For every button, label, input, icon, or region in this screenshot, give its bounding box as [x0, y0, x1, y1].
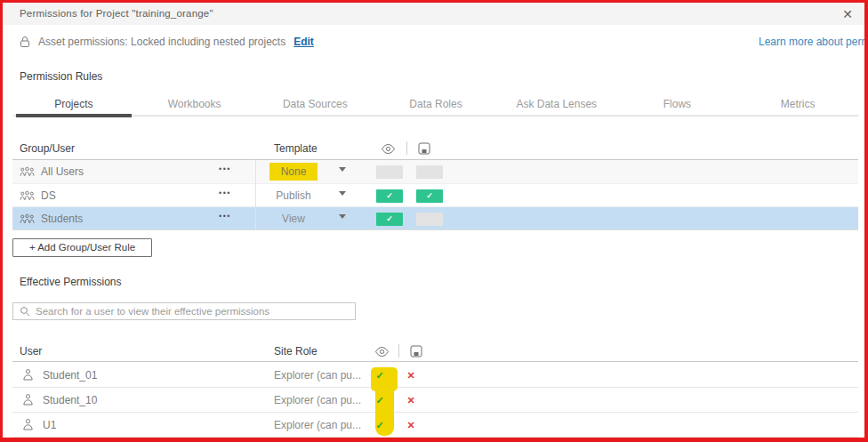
rule-row-ds[interactable]: DS ••• Publish: [12, 183, 858, 206]
rule-row-students[interactable]: Students ••• View: [12, 206, 858, 229]
tab-workbooks[interactable]: Workbooks: [134, 92, 255, 115]
tab-data-roles[interactable]: Data Roles: [375, 92, 496, 115]
view-allowed-check-icon[interactable]: [373, 393, 387, 407]
site-role-header: Site Role: [274, 345, 317, 358]
view-capability-cell[interactable]: [376, 165, 403, 179]
learn-more-link[interactable]: Learn more about permissions: [759, 36, 868, 48]
chevron-down-icon[interactable]: [339, 167, 346, 172]
publish-capability-cell[interactable]: [416, 213, 443, 226]
user-name: U1: [43, 419, 56, 431]
publish-denied-x-icon[interactable]: [404, 418, 418, 432]
group-icon: [20, 190, 35, 201]
permission-rules-heading: Permission Rules: [20, 70, 102, 83]
rules-table-header: Group/User Template: [12, 138, 858, 160]
user-icon: [21, 368, 35, 382]
view-allowed-check-icon[interactable]: [373, 418, 387, 432]
template-value: View: [270, 210, 317, 228]
template-select[interactable]: View: [258, 210, 329, 228]
group-icon: [20, 213, 35, 224]
group-user-header: Group/User: [20, 142, 75, 155]
user-search: [12, 302, 356, 320]
asset-permissions-text: Asset permissions: Locked including nest…: [38, 36, 285, 48]
permissions-dialog: Permissions for Project "training_orange…: [0, 0, 868, 442]
close-icon[interactable]: ✕: [840, 6, 856, 22]
search-icon: [20, 306, 30, 317]
dialog-titlebar: Permissions for Project "training_orange…: [3, 3, 865, 25]
edit-link[interactable]: Edit: [293, 36, 314, 48]
user-row-student-10[interactable]: Student_10 Explorer (can pu...: [12, 388, 858, 413]
template-select[interactable]: Publish: [258, 187, 329, 205]
chevron-down-icon[interactable]: [339, 214, 346, 219]
tab-metrics[interactable]: Metrics: [737, 92, 858, 115]
row-actions-menu-icon[interactable]: •••: [213, 189, 237, 197]
user-name: Student_01: [43, 369, 97, 382]
view-capability-cell[interactable]: [376, 189, 403, 203]
user-row-u1[interactable]: U1 Explorer (can pu...: [12, 413, 858, 438]
user-icon: [21, 418, 35, 431]
group-name: All Users: [41, 165, 84, 178]
lock-icon: [20, 36, 30, 48]
search-input[interactable]: [36, 306, 355, 317]
user-name: Student_10: [43, 394, 97, 406]
asset-permissions-bar: Asset permissions: Locked including nest…: [20, 34, 314, 50]
template-value-highlighted: None: [269, 163, 318, 181]
tab-flows[interactable]: Flows: [617, 92, 738, 115]
users-table-header: User Site Role: [12, 343, 858, 362]
add-group-user-rule-button[interactable]: + Add Group/User Rule: [12, 238, 152, 257]
user-header: User: [20, 345, 42, 358]
view-allowed-check-icon[interactable]: [373, 368, 387, 382]
users-table: Student_01 Explorer (can pu... Student_1…: [12, 363, 858, 438]
user-row-student-01[interactable]: Student_01 Explorer (can pu...: [12, 363, 858, 388]
template-select[interactable]: None: [258, 163, 329, 181]
view-capability-icon: [381, 143, 396, 155]
rules-table: All Users ••• None DS ••• Publish Studen…: [12, 160, 858, 230]
group-name: Students: [41, 213, 83, 225]
publish-capability-icon: [410, 345, 422, 358]
header-divider: [406, 141, 407, 155]
tab-ask-data-lenses[interactable]: Ask Data Lenses: [496, 92, 617, 115]
publish-denied-x-icon[interactable]: [404, 393, 418, 407]
rule-row-all-users[interactable]: All Users ••• None: [12, 160, 858, 183]
row-actions-menu-icon[interactable]: •••: [213, 165, 237, 173]
publish-denied-x-icon[interactable]: [404, 368, 418, 382]
group-name: DS: [41, 189, 56, 202]
template-header: Template: [274, 142, 317, 155]
user-icon: [21, 393, 35, 406]
publish-capability-icon: [418, 142, 430, 155]
site-role-value: Explorer (can pu...: [274, 419, 361, 431]
view-capability-cell[interactable]: [376, 213, 403, 226]
dialog-title: Permissions for Project "training_orange…: [20, 8, 213, 19]
effective-permissions-heading: Effective Permissions: [20, 276, 122, 288]
publish-capability-cell[interactable]: [416, 165, 443, 179]
group-icon: [20, 166, 35, 177]
tab-projects[interactable]: Projects: [13, 92, 134, 115]
header-divider: [398, 344, 399, 358]
row-actions-menu-icon[interactable]: •••: [213, 212, 237, 221]
content-type-tabs: Projects Workbooks Data Sources Data Rol…: [13, 92, 858, 117]
view-capability-icon: [374, 346, 390, 358]
site-role-value: Explorer (can pu...: [274, 394, 361, 406]
tab-data-sources[interactable]: Data Sources: [254, 92, 375, 115]
chevron-down-icon[interactable]: [339, 191, 346, 196]
site-role-value: Explorer (can pu...: [274, 369, 361, 382]
publish-capability-cell[interactable]: [416, 189, 443, 203]
template-value: Publish: [264, 187, 322, 205]
